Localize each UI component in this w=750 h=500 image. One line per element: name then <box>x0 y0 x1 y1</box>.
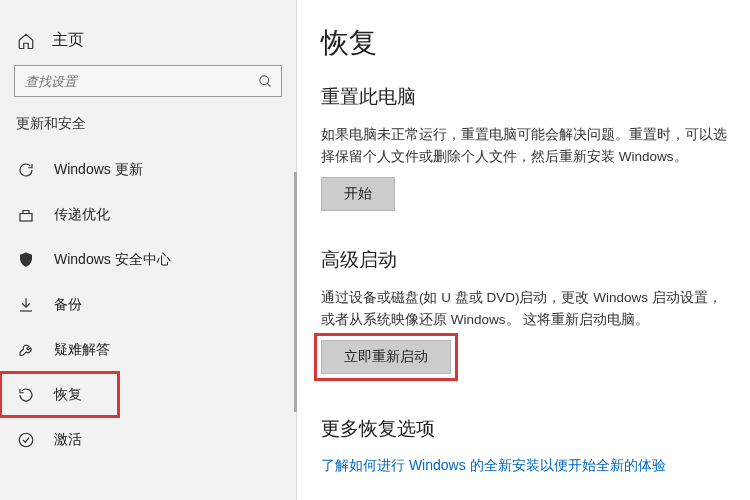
sidebar-home[interactable]: 主页 <box>0 30 296 65</box>
delivery-icon <box>16 206 36 224</box>
sidebar-item-label: 激活 <box>54 431 82 449</box>
reset-heading: 重置此电脑 <box>321 84 730 110</box>
sidebar-item-label: 备份 <box>54 296 82 314</box>
sidebar-item-backup[interactable]: 备份 <box>0 282 296 327</box>
recovery-icon <box>16 386 36 404</box>
content-pane: 恢复 重置此电脑 如果电脑未正常运行，重置电脑可能会解决问题。重置时，可以选择保… <box>297 0 750 500</box>
svg-line-1 <box>267 83 270 86</box>
search-box[interactable] <box>14 65 282 97</box>
fresh-install-link[interactable]: 了解如何进行 Windows 的全新安装以便开始全新的体验 <box>321 457 666 473</box>
page-title: 恢复 <box>321 24 730 62</box>
reset-start-button[interactable]: 开始 <box>321 177 395 211</box>
backup-icon <box>16 296 36 314</box>
sidebar-item-label: 疑难解答 <box>54 341 110 359</box>
sidebar: 主页 更新和安全 Windows 更新 传递优化 Windows 安全中心 备份 <box>0 0 297 500</box>
wrench-icon <box>16 341 36 359</box>
sidebar-item-label: Windows 更新 <box>54 161 143 179</box>
sidebar-item-recovery[interactable]: 恢复 <box>0 372 119 417</box>
home-label: 主页 <box>52 30 84 51</box>
more-options-heading: 更多恢复选项 <box>321 416 730 442</box>
section-label: 更新和安全 <box>0 115 296 147</box>
sidebar-item-label: Windows 安全中心 <box>54 251 171 269</box>
sidebar-item-label: 传递优化 <box>54 206 110 224</box>
reset-description: 如果电脑未正常运行，重置电脑可能会解决问题。重置时，可以选择保留个人文件或删除个… <box>321 124 730 167</box>
shield-icon <box>16 251 36 269</box>
home-icon <box>16 32 36 50</box>
sidebar-item-security[interactable]: Windows 安全中心 <box>0 237 296 282</box>
restart-now-button[interactable]: 立即重新启动 <box>321 340 451 374</box>
sidebar-item-label: 恢复 <box>54 386 82 404</box>
sidebar-item-delivery-optimization[interactable]: 传递优化 <box>0 192 296 237</box>
search-icon <box>258 74 273 89</box>
check-circle-icon <box>16 431 36 449</box>
sidebar-item-activation[interactable]: 激活 <box>0 417 296 462</box>
sidebar-item-troubleshoot[interactable]: 疑难解答 <box>0 327 296 372</box>
svg-rect-2 <box>20 213 32 221</box>
sidebar-item-windows-update[interactable]: Windows 更新 <box>0 147 296 192</box>
advanced-description: 通过设备或磁盘(如 U 盘或 DVD)启动，更改 Windows 启动设置，或者… <box>321 287 730 330</box>
svg-point-3 <box>19 433 33 447</box>
search-input[interactable] <box>25 74 258 89</box>
svg-point-0 <box>260 75 269 84</box>
advanced-heading: 高级启动 <box>321 247 730 273</box>
sync-icon <box>16 161 36 179</box>
